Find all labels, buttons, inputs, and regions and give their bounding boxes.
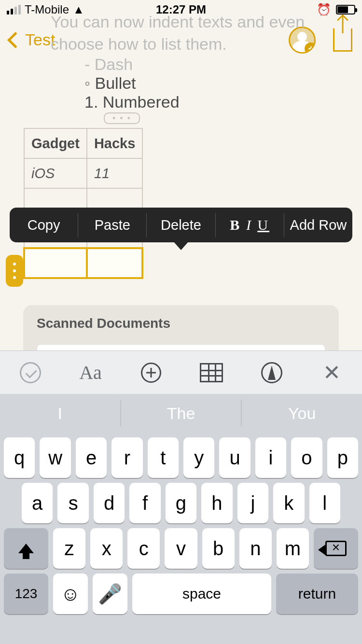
format-toolbar: Aa ✕ xyxy=(0,350,362,394)
delete-button[interactable]: Delete xyxy=(147,217,215,233)
key-i[interactable]: i xyxy=(255,437,286,478)
draw-button[interactable] xyxy=(260,361,284,385)
suggestion[interactable]: The xyxy=(121,394,241,433)
format-biu-button[interactable]: B I U xyxy=(216,217,284,233)
scanned-documents-card[interactable]: Scanned Documents xyxy=(23,305,339,351)
table-header[interactable]: Hacks xyxy=(87,128,142,158)
numbered-item: Numbered xyxy=(84,93,340,112)
key-p[interactable]: p xyxy=(327,437,358,478)
bullet-item: Bullet xyxy=(84,74,340,93)
key-row: z x c v b n m xyxy=(0,523,362,569)
key-x[interactable]: x xyxy=(90,528,123,569)
key-t[interactable]: t xyxy=(148,437,179,478)
key-w[interactable]: w xyxy=(40,437,70,478)
note-line: You can now indent texts and even xyxy=(22,11,340,33)
shift-icon xyxy=(18,544,34,553)
key-l[interactable]: l xyxy=(309,483,340,523)
pen-circle-icon xyxy=(261,362,282,383)
dash-item: Dash xyxy=(84,55,340,74)
checklist-button[interactable] xyxy=(18,361,42,385)
insert-table-button[interactable] xyxy=(199,361,223,385)
suggestion-bar: I The You xyxy=(0,394,362,433)
key-a[interactable]: a xyxy=(22,483,53,523)
key-n[interactable]: n xyxy=(239,528,272,569)
add-attachment-button[interactable] xyxy=(139,361,163,385)
key-dictation[interactable]: 🎤 xyxy=(93,574,127,614)
key-j[interactable]: j xyxy=(237,483,268,523)
note-table[interactable]: Gadget Hacks iOS 11 xyxy=(23,128,143,279)
add-row-button[interactable]: Add Row xyxy=(284,217,352,233)
key-q[interactable]: q xyxy=(4,437,35,478)
key-r[interactable]: r xyxy=(111,437,142,478)
key-d[interactable]: d xyxy=(94,483,125,523)
key-e[interactable]: e xyxy=(76,437,107,478)
table-cell[interactable]: 11 xyxy=(87,158,142,188)
key-row: q w e r t y u i o p xyxy=(0,433,362,478)
note-content[interactable]: You can now indent texts and even choose… xyxy=(0,11,362,124)
suggestion[interactable]: You xyxy=(242,394,362,433)
table-cell[interactable] xyxy=(87,248,142,278)
key-h[interactable]: h xyxy=(201,483,232,523)
table-row-selected xyxy=(24,248,142,278)
key-k[interactable]: k xyxy=(273,483,304,523)
key-backspace[interactable] xyxy=(314,528,358,569)
table-row: Gadget Hacks xyxy=(24,128,142,158)
check-circle-icon xyxy=(20,362,41,383)
key-m[interactable]: m xyxy=(277,528,309,569)
table-cell[interactable]: iOS xyxy=(24,158,87,188)
plus-circle-icon xyxy=(141,363,161,383)
key-numbers[interactable]: 123 xyxy=(4,574,48,614)
row-drag-handle[interactable] xyxy=(6,255,23,287)
text-style-button[interactable]: Aa xyxy=(79,361,103,385)
key-u[interactable]: u xyxy=(219,437,250,478)
key-return[interactable]: return xyxy=(276,574,358,614)
table-cell[interactable] xyxy=(24,248,87,278)
collapse-toggle[interactable]: • • • xyxy=(104,112,140,124)
key-shift[interactable] xyxy=(4,528,48,569)
key-c[interactable]: c xyxy=(127,528,160,569)
note-line: choose how to list them. xyxy=(22,33,340,55)
key-z[interactable]: z xyxy=(53,528,85,569)
key-row: a s d f g h j k l xyxy=(0,478,362,523)
key-space[interactable]: space xyxy=(132,574,271,614)
key-v[interactable]: v xyxy=(165,528,197,569)
key-o[interactable]: o xyxy=(291,437,322,478)
table-row: iOS 11 xyxy=(24,158,142,188)
dismiss-keyboard-button[interactable]: ✕ xyxy=(320,361,344,385)
scanned-documents-title: Scanned Documents xyxy=(37,316,325,331)
table-header[interactable]: Gadget xyxy=(24,128,87,158)
key-g[interactable]: g xyxy=(166,483,196,523)
key-y[interactable]: y xyxy=(183,437,214,478)
keyboard: I The You q w e r t y u i o p a s d f g … xyxy=(0,394,362,644)
emoji-icon: ☺ xyxy=(61,583,81,605)
key-s[interactable]: s xyxy=(57,483,88,523)
context-menu: Copy Paste Delete B I U Add Row xyxy=(10,208,352,242)
key-row: 123 ☺ 🎤 space return xyxy=(0,569,362,618)
key-f[interactable]: f xyxy=(129,483,160,523)
key-emoji[interactable]: ☺ xyxy=(53,574,88,614)
key-b[interactable]: b xyxy=(202,528,235,569)
mic-icon: 🎤 xyxy=(98,583,122,605)
table-icon xyxy=(200,363,223,382)
suggestion[interactable]: I xyxy=(0,394,120,433)
paste-button[interactable]: Paste xyxy=(78,217,146,233)
copy-button[interactable]: Copy xyxy=(10,217,78,233)
context-menu-pointer xyxy=(173,241,189,250)
backspace-icon xyxy=(325,541,347,556)
